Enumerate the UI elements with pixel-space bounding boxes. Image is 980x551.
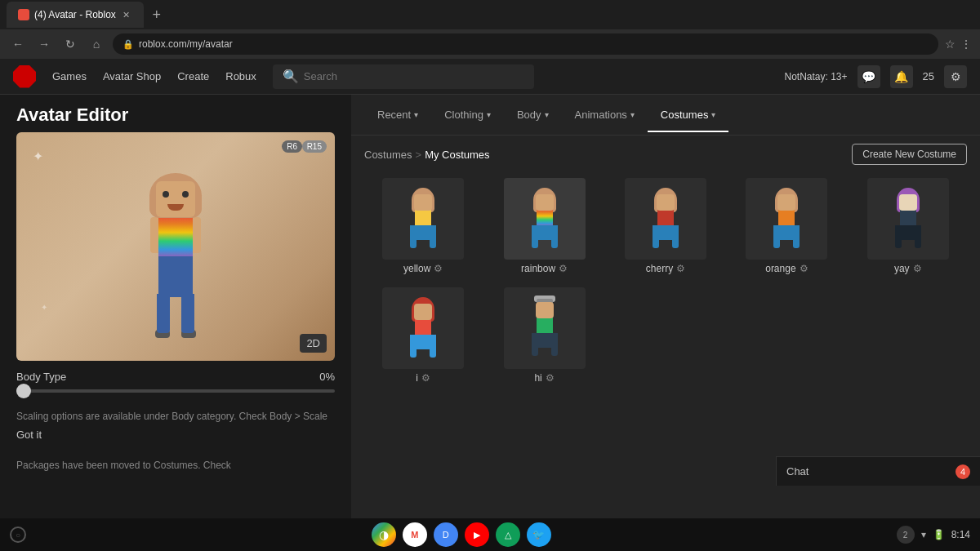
animations-chevron: ▾	[630, 110, 635, 119]
robux-count: 25	[923, 70, 934, 82]
costume-yay[interactable]: yay ⚙	[849, 173, 967, 279]
costume-grid: yellow ⚙	[351, 173, 980, 389]
create-costume-button[interactable]: Create New Costume	[852, 144, 967, 165]
content-area: Avatar Editor R6 R15	[0, 95, 980, 518]
breadcrumb-row: Costumes > My Costumes Create New Costum…	[351, 136, 980, 173]
messages-icon[interactable]: 💬	[858, 65, 880, 88]
top-nav: Games Avatar Shop Create Robux 🔍 NotNata…	[0, 59, 980, 95]
costume-yellow-name-row: yellow ⚙	[368, 263, 479, 274]
costume-hi-gear[interactable]: ⚙	[546, 372, 555, 384]
avatar-figure	[147, 173, 204, 353]
slider-thumb[interactable]	[16, 384, 31, 398]
got-it-button[interactable]: Got it	[16, 424, 42, 447]
chrome-taskbar-icon[interactable]: ◑	[372, 522, 396, 547]
clothing-chevron: ▾	[487, 110, 491, 119]
avatar-preview: R6 R15	[16, 132, 335, 361]
costume-cherry-gear[interactable]: ⚙	[676, 263, 685, 274]
twitter-taskbar-icon[interactable]: 🐦	[527, 522, 551, 547]
costume-orange-gear[interactable]: ⚙	[800, 263, 808, 274]
packages-info: Packages have been moved to Costumes. Ch…	[0, 453, 351, 478]
costume-yellow-name: yellow	[403, 263, 430, 274]
costume-hi[interactable]: hi ⚙	[485, 282, 603, 389]
costume-i-gear[interactable]: ⚙	[421, 372, 430, 384]
costume-orange-thumb	[746, 178, 827, 260]
costume-rainbow-name: rainbow	[521, 263, 555, 274]
search-icon: 🔍	[283, 69, 299, 84]
costume-i-name-row: i ⚙	[368, 372, 479, 384]
taskbar-right: 2 ▾ 🔋 8:14	[897, 526, 970, 544]
breadcrumb-current: My Costumes	[425, 149, 489, 161]
costume-cherry[interactable]: cherry ⚙	[607, 173, 724, 279]
tab-title: (4) Avatar - Roblox	[34, 9, 116, 20]
costume-yellow-gear[interactable]: ⚙	[434, 263, 443, 274]
youtube-taskbar-icon[interactable]: ▶	[465, 522, 489, 547]
costume-hi-thumb	[504, 287, 586, 369]
nav-games[interactable]: Games	[52, 67, 87, 86]
address-bar[interactable]: 🔒 roblox.com/my/avatar	[113, 33, 938, 55]
right-panel: Recent ▾ Clothing ▾ Body ▾ Animations ▾ …	[351, 95, 980, 518]
url-text: roblox.com/my/avatar	[139, 38, 233, 50]
body-chevron: ▾	[545, 110, 549, 119]
search-bar[interactable]: 🔍	[273, 64, 534, 89]
body-type-label: Body Type 0%	[16, 371, 335, 383]
tab-recent[interactable]: Recent ▾	[364, 97, 431, 132]
refresh-button[interactable]: ↻	[60, 34, 80, 54]
nav-right-section: NotNatay: 13+ 💬 🔔 25 ⚙	[784, 65, 967, 88]
roblox-logo[interactable]	[13, 65, 36, 88]
browser-nav-bar: ← → ↻ ⌂ 🔒 roblox.com/my/avatar ☆ ⋮	[0, 29, 980, 59]
gmail-taskbar-icon[interactable]: M	[403, 522, 427, 547]
menu-icon[interactable]: ⋮	[960, 38, 972, 51]
settings-icon[interactable]: ⚙	[944, 65, 967, 88]
costume-i-thumb	[382, 287, 464, 369]
badge-r15[interactable]: R15	[302, 140, 327, 153]
nav-robux[interactable]: Robux	[225, 67, 256, 86]
costume-yay-thumb	[867, 178, 949, 260]
left-panel: Avatar Editor R6 R15	[0, 95, 351, 518]
lock-icon: 🔒	[122, 39, 134, 50]
home-circle-button[interactable]: ○	[10, 527, 26, 543]
tab-close-button[interactable]: ✕	[121, 9, 132, 20]
body-type-section: Body Type 0%	[0, 361, 351, 402]
forward-button[interactable]: →	[34, 34, 54, 54]
costume-i[interactable]: i ⚙	[364, 282, 482, 389]
time-display: 8:14	[951, 529, 970, 540]
tab-body[interactable]: Body ▾	[504, 97, 562, 132]
costume-i-name: i	[416, 372, 418, 384]
costume-orange[interactable]: orange ⚙	[728, 173, 845, 279]
chat-bar[interactable]: Chat 4	[776, 456, 980, 486]
costumes-chevron: ▾	[711, 110, 715, 119]
costume-cherry-name: cherry	[646, 263, 673, 274]
costume-yellow-thumb	[382, 178, 464, 260]
costume-rainbow-thumb	[504, 178, 586, 260]
costume-rainbow-gear[interactable]: ⚙	[559, 263, 568, 274]
docs-taskbar-icon[interactable]: D	[434, 522, 458, 547]
search-input[interactable]	[304, 70, 524, 82]
tab-costumes[interactable]: Costumes ▾	[648, 97, 729, 132]
tab-clothing[interactable]: Clothing ▾	[431, 97, 504, 132]
nav-links: Games Avatar Shop Create Robux	[52, 67, 256, 86]
avatar-editor-title: Avatar Editor	[0, 95, 351, 132]
tab-animations[interactable]: Animations ▾	[562, 97, 648, 132]
costume-cherry-name-row: cherry ⚙	[610, 263, 721, 274]
costume-rainbow-name-row: rainbow ⚙	[488, 263, 599, 274]
taskbar-center: ◑ M D ▶ △ 🐦	[372, 522, 551, 547]
notifications-icon[interactable]: 🔔	[890, 65, 913, 88]
category-tabs: Recent ▾ Clothing ▾ Body ▾ Animations ▾ …	[351, 95, 980, 136]
home-button[interactable]: ⌂	[87, 34, 106, 54]
tab-bar: (4) Avatar - Roblox ✕ +	[0, 0, 980, 29]
back-button[interactable]: ←	[8, 34, 28, 54]
badge-r6[interactable]: R6	[282, 140, 302, 153]
badge-2d[interactable]: 2D	[300, 334, 327, 353]
drive-taskbar-icon[interactable]: △	[496, 522, 520, 547]
nav-create[interactable]: Create	[177, 67, 209, 86]
breadcrumb-root[interactable]: Costumes	[364, 149, 412, 161]
costume-yay-gear[interactable]: ⚙	[913, 263, 922, 274]
body-type-slider[interactable]	[16, 389, 335, 393]
costume-rainbow[interactable]: rainbow ⚙	[485, 173, 603, 279]
bookmark-icon[interactable]: ☆	[945, 38, 956, 51]
active-tab[interactable]: (4) Avatar - Roblox ✕	[7, 2, 144, 28]
notification-icon[interactable]: 2	[897, 526, 915, 544]
nav-avatar-shop[interactable]: Avatar Shop	[103, 67, 161, 86]
new-tab-button[interactable]: +	[147, 5, 167, 24]
costume-yellow[interactable]: yellow ⚙	[364, 173, 482, 279]
